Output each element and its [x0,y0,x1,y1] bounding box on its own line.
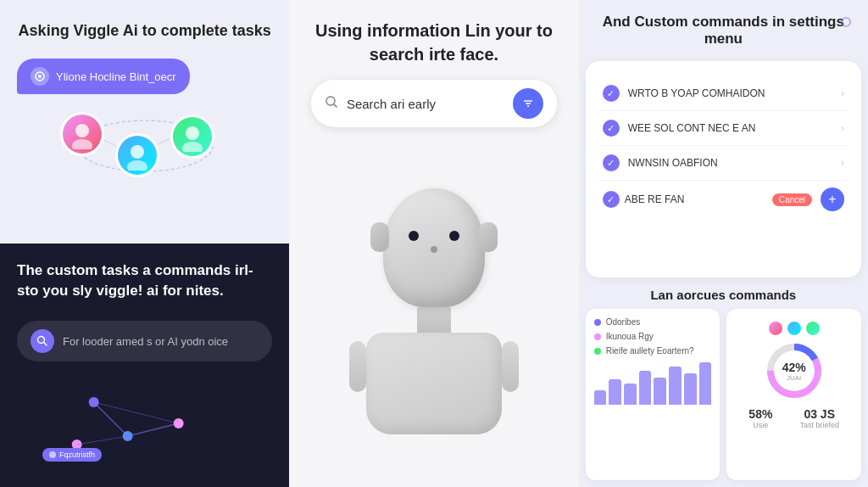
avatar-1 [60,112,104,156]
node-graph: Fqzutristfh [17,385,272,470]
stat-val-2: 03 JS [799,407,839,421]
bar-chart [594,362,712,405]
robot-container [289,127,578,487]
settings-item-1[interactable]: ✓ WEE SOL CONT NEC E AN › [599,111,848,146]
check-icon-0: ✓ [603,85,620,102]
mini-avatar-1 [768,321,783,336]
donut-percent: 42% [782,361,806,374]
robot-body [366,333,502,434]
donut-avatars [768,321,821,336]
svg-line-13 [94,402,128,436]
donut-label: JUAI [782,374,806,382]
avatar-2 [115,133,159,177]
left-panel: Asking Viggle Ai to complete tasks Ylion… [0,0,289,487]
donut-card: 42% JUAI 58% Usie 03 JS Tast briefed [726,309,861,480]
settings-item-text-3: ABE RE FAN [625,193,767,205]
filter-button[interactable] [513,88,543,119]
node-1-label: Fqzutristfh [59,451,95,459]
stats-card: Odoribes Ikunoua Rgy Rieife aullety Eoar… [586,309,721,480]
settings-item-text-0: WRTO B YOAP COMHAIDON [628,87,832,99]
dark-search-bar[interactable]: For looder amed s or AI yodn oice [17,321,272,361]
bar-4 [654,378,666,406]
stat-row-0: Odoribes [594,317,712,327]
avatar-3-inner [173,117,212,156]
stats-numbers: 58% Usie 03 JS Tast briefed [735,407,853,429]
chat-bubble-icon [31,67,49,86]
bottom-right-title: Lan aorcues commands [586,288,861,302]
stat-num-1: 58% Usie [748,407,772,429]
robot-shoulder-left [349,341,366,392]
right-top-title: And Custom commands in settings menu [579,0,868,54]
stat-dot-1 [594,333,601,340]
left-bottom-title: The custom tasks a commands irl-sto you … [17,260,272,301]
svg-point-5 [75,124,89,137]
middle-title: Using information Lin your to search irt… [289,0,578,80]
robot-eye-right [449,231,459,241]
settings-arrow-0: › [841,87,844,99]
stat-val-1: 58% [748,407,772,421]
stat-label-1: Ikunoua Rgy [606,332,654,341]
deco-circle [841,17,851,27]
cancel-tag[interactable]: Cancel [772,193,812,206]
svg-line-20 [77,436,128,445]
donut-center-text: 42% JUAI [782,361,806,382]
right-bottom-section: Lan aorcues commands Odoribes Ikunoua Rg… [579,281,868,487]
robot-face [400,214,468,282]
svg-line-14 [128,423,179,436]
stat-dot-0 [594,319,601,326]
chat-bubble: Ylione Hocline Bint_oecr [17,59,190,94]
left-top-section: Asking Viggle Ai to complete tasks Ylion… [0,0,289,244]
settings-list: ✓ WRTO B YOAP COMHAIDON › ✓ WEE SOL CONT… [599,76,848,218]
bar-2 [624,383,637,405]
robot-nose [431,246,437,253]
robot-ear-right [479,222,498,252]
svg-line-15 [94,402,179,423]
robot-head [383,188,485,307]
left-top-title: Asking Viggle Ai to complete tasks [19,20,271,42]
search-bar[interactable]: Search ari early [311,80,557,127]
mini-avatar-2 [787,321,802,336]
svg-point-10 [182,142,203,152]
bar-3 [639,371,652,405]
svg-point-1 [38,75,42,78]
stat-row-1: Ikunoua Rgy [594,332,712,341]
stat-label-2: Rieife aullety Eoartern? [606,346,694,355]
settings-item-3[interactable]: ✓ ABE RE FAN Cancel + [599,181,848,218]
check-icon-3: ✓ [603,191,620,208]
donut-wrapper: 42% JUAI [765,341,824,400]
left-bottom-section: The custom tasks a commands irl-sto you … [0,244,289,487]
settings-card: ✓ WRTO B YOAP COMHAIDON › ✓ WEE SOL CONT… [586,61,861,277]
avatar-2-inner [118,136,157,175]
settings-arrow-2: › [841,157,844,169]
robot-figure [349,188,519,426]
settings-item-text-1: WEE SOL CONT NEC E AN [628,122,832,134]
svg-point-7 [131,145,144,159]
bottom-right-content: Odoribes Ikunoua Rgy Rieife aullety Eoar… [586,309,861,480]
avatars-container [60,108,230,184]
bar-0 [594,390,607,406]
search-input-text: Search ari early [347,97,504,111]
add-button[interactable]: + [821,188,844,211]
middle-panel: Using information Lin your to search irt… [289,0,578,487]
stat-label-val-1: Usie [748,421,772,429]
right-panel: And Custom commands in settings menu ✓ W… [579,0,868,487]
stat-num-2: 03 JS Tast briefed [799,407,839,429]
chat-bubble-text: Ylione Hocline Bint_oecr [56,70,176,83]
check-icon-1: ✓ [603,120,620,137]
robot-neck [417,307,451,333]
check-icon-2: ✓ [603,154,620,171]
svg-point-18 [174,418,184,428]
svg-point-16 [89,397,99,407]
robot-eye-left [409,231,419,241]
stat-dot-2 [594,348,601,355]
bar-7 [699,362,712,405]
svg-point-8 [127,160,147,171]
settings-item-0[interactable]: ✓ WRTO B YOAP COMHAIDON › [599,76,848,111]
node-1: Fqzutristfh [42,448,102,462]
search-icon [325,95,338,112]
stat-label-val-2: Tast briefed [799,421,839,429]
avatar-1-inner [63,115,102,154]
robot-shoulder-right [502,341,519,392]
settings-item-2[interactable]: ✓ NWNSIN OABFION › [599,146,848,181]
settings-item-text-2: NWNSIN OABFION [628,157,832,169]
